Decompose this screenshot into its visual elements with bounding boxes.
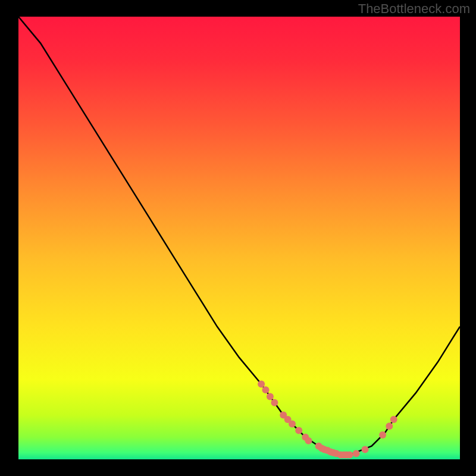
data-marker xyxy=(390,416,397,423)
data-marker xyxy=(379,431,386,439)
data-marker xyxy=(295,427,302,434)
data-marker xyxy=(386,422,393,430)
data-marker xyxy=(271,399,278,406)
data-marker xyxy=(362,446,369,453)
chart-container: TheBottleneck.com xyxy=(0,0,476,476)
data-marker xyxy=(289,421,296,428)
gradient-background xyxy=(18,17,460,459)
plot-area xyxy=(18,17,460,459)
data-marker xyxy=(262,386,270,393)
data-marker xyxy=(267,393,274,400)
data-marker xyxy=(305,437,312,444)
data-marker xyxy=(258,381,265,388)
data-marker xyxy=(353,450,360,457)
chart-svg xyxy=(18,17,460,459)
watermark-text: TheBottleneck.com xyxy=(358,1,470,17)
data-marker xyxy=(346,452,353,459)
